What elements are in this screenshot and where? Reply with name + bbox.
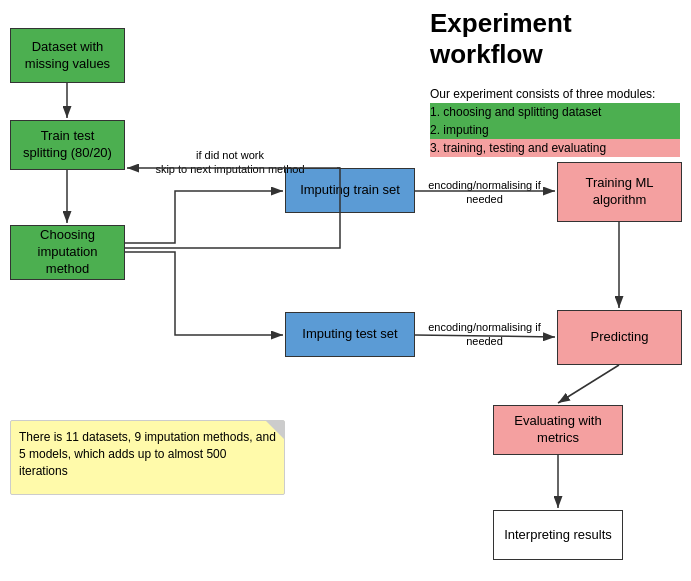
module-1: 1. choosing and splitting dataset	[430, 103, 680, 121]
skip-label: if did not work skip to next imputation …	[130, 148, 330, 177]
train-test-box: Train test splitting (80/20)	[10, 120, 125, 170]
impute-test-box: Imputing test set	[285, 312, 415, 357]
page-title: Experiment workflow	[430, 8, 691, 70]
svg-line-7	[558, 365, 619, 403]
encoding-test-label: encoding/normalising if needed	[417, 320, 552, 349]
choosing-box: Choosing imputation method	[10, 225, 125, 280]
encoding-train-label: encoding/normalising if needed	[417, 178, 552, 207]
module-3: 3. training, testing and evaluating	[430, 139, 680, 157]
interpreting-box: Interpreting results	[493, 510, 623, 560]
info-note: There is 11 datasets, 9 imputation metho…	[10, 420, 285, 495]
training-ml-box: Training ML algorithm	[557, 162, 682, 222]
evaluating-box: Evaluating with metrics	[493, 405, 623, 455]
desc-prefix: Our experiment consists of three modules…	[430, 87, 655, 101]
description: Our experiment consists of three modules…	[430, 85, 680, 157]
dataset-box: Dataset with missing values	[10, 28, 125, 83]
predicting-box: Predicting	[557, 310, 682, 365]
module-2: 2. imputing	[430, 121, 680, 139]
